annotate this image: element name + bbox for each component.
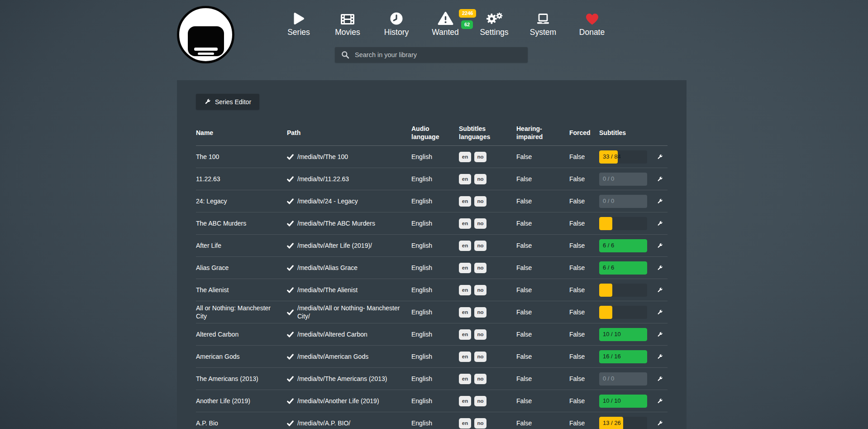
wrench-icon [204,98,211,105]
subtitles-progress-cell: 0 / 0 [599,190,657,212]
header-audio-language: Audio language [411,125,459,141]
series-row: A.P. Bio /media/tv/A.P. BIO/ English enn… [196,412,668,429]
series-name-cell: After Life [196,235,287,256]
subtitles-progress-bar [599,306,647,319]
series-name-cell: Altered Carbon [196,323,287,345]
nav-item-settings[interactable]: Settings [470,8,519,37]
clock-icon [390,8,403,25]
edit-series-button[interactable] [657,198,663,205]
series-name-cell: A.P. Bio [196,412,287,429]
language-badge: en [459,218,471,229]
check-icon [287,309,294,315]
progress-label: 0 / 0 [603,198,614,205]
nav-label: History [384,28,409,37]
check-icon [287,287,294,293]
edit-series-button[interactable] [657,419,663,427]
series-editor-button[interactable]: Series Editor [196,94,259,110]
subtitles-progress-bar: 6 / 6 [599,239,647,252]
language-badge: en [459,307,471,318]
series-path-cell: /media/tv/The 100 [287,146,411,168]
edit-series-button[interactable] [657,175,663,183]
progress-fill [599,284,612,297]
logo-subtitle-line [194,48,218,51]
series-path-cell: /media/tv/24 - Legacy [287,190,411,212]
series-name-cell: The ABC Murders [196,212,287,234]
edit-series-button[interactable] [657,153,663,161]
language-badge: en [459,374,471,384]
nav-item-movies[interactable]: Movies [323,8,372,37]
nav-item-series[interactable]: Series [274,8,323,37]
forced-cell: False [569,323,599,345]
edit-series-button[interactable] [657,242,663,250]
actions-cell [657,235,668,256]
actions-cell [657,412,668,429]
actions-cell [657,368,668,390]
actions-cell [657,168,668,190]
edit-series-button[interactable] [657,353,663,361]
nav-item-history[interactable]: History [372,8,421,37]
nav-item-system[interactable]: System [519,8,568,37]
app-logo[interactable] [177,6,234,63]
edit-series-button[interactable] [657,220,663,227]
hearing-impaired-cell: False [516,412,569,429]
header-name: Name [196,129,287,137]
check-icon [287,243,294,249]
forced-cell: False [569,412,599,429]
edit-series-button[interactable] [657,331,663,338]
edit-series-button[interactable] [657,264,663,272]
language-badge: en [459,285,471,295]
series-path-cell: /media/tv/The Alienist [287,279,411,301]
series-row: The 100 /media/tv/The 100 English enno F… [196,146,668,168]
nav-item-wanted[interactable]: 2246 62 Wanted [421,8,470,37]
audio-language-cell: English [411,346,459,367]
progress-label: 10 / 10 [603,397,621,405]
series-row: After Life /media/tv/After Life (2019)/ … [196,234,668,256]
language-badge: no [474,329,486,340]
header-forced: Forced [569,129,599,137]
subtitles-progress-cell [599,212,657,234]
series-row: Alias Grace /media/tv/Alias Grace Englis… [196,256,668,279]
forced-cell: False [569,301,599,323]
nav-item-donate[interactable]: Donate [568,8,616,37]
series-table: Name Path Audio language Subtitles langu… [196,124,668,429]
series-path-cell: /media/tv/Altered Carbon [287,323,411,345]
subtitles-progress-bar: 0 / 0 [599,372,647,386]
wrench-icon [657,220,663,227]
subtitles-languages-cell: enno [459,412,516,429]
progress-label: 0 / 0 [603,375,614,383]
series-editor-panel: Series Editor Name Path Audio language S… [177,80,687,429]
series-row: Another Life (2019) /media/tv/Another Li… [196,390,668,412]
language-badge: no [474,263,486,273]
subtitles-progress-cell: 10 / 10 [599,390,657,412]
table-header-row: Name Path Audio language Subtitles langu… [196,124,668,146]
series-name-cell: The Americans (2013) [196,368,287,390]
series-name-cell: 24: Legacy [196,190,287,212]
series-name-cell: Another Life (2019) [196,390,287,412]
header-hearing-impaired: Hearing-impaired [516,125,569,141]
laptop-icon [535,8,551,25]
series-row: All or Nothing: Manchester City /media/t… [196,301,668,323]
search-input[interactable] [354,51,528,59]
edit-series-button[interactable] [657,397,663,405]
hearing-impaired-cell: False [516,323,569,345]
audio-language-cell: English [411,257,459,279]
series-table-body: The 100 /media/tv/The 100 English enno F… [196,146,668,429]
hearing-impaired-cell: False [516,279,569,301]
subtitles-progress-bar [599,217,647,230]
bazarr-app: Series Movies [0,0,868,429]
language-badge: no [474,352,486,362]
audio-language-cell: English [411,235,459,256]
audio-language-cell: English [411,323,459,345]
subtitles-languages-cell: enno [459,235,516,256]
series-path-cell: /media/tv/All or Nothing- Manchester Cit… [287,301,411,323]
wrench-icon [657,264,663,272]
edit-series-button[interactable] [657,286,663,294]
check-icon [287,221,294,227]
library-search [335,47,528,63]
edit-series-button[interactable] [657,308,663,316]
subtitles-languages-cell: enno [459,301,516,323]
subtitles-progress-bar: 13 / 26 [599,417,647,429]
edit-series-button[interactable] [657,375,663,383]
hearing-impaired-cell: False [516,368,569,390]
subtitles-progress-cell [599,301,657,323]
